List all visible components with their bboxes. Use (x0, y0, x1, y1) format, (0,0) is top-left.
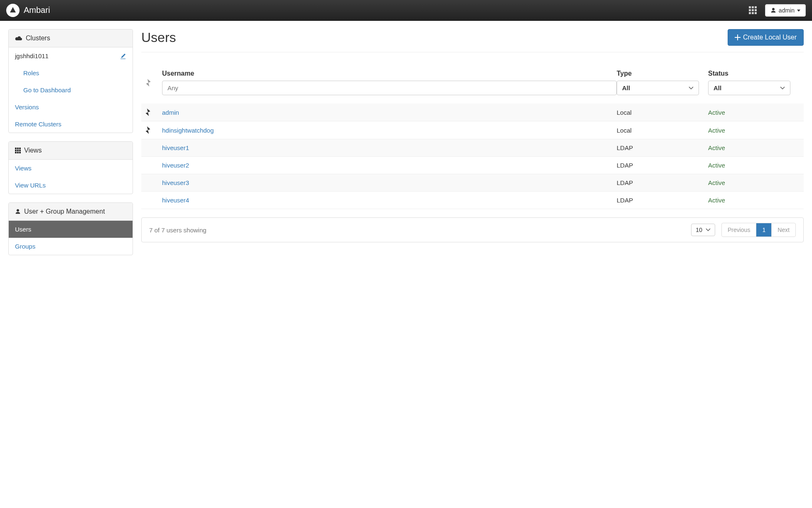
top-navbar: Ambari admin (0, 0, 812, 21)
chevron-down-icon (689, 86, 694, 90)
page-title: Users (141, 30, 176, 45)
clusters-panel: Clusters jgshhdi1011 Roles Go to Dashboa… (8, 29, 133, 133)
user-group-panel: User + Group Management Users Groups (8, 202, 133, 255)
next-page-button[interactable]: Next (772, 223, 795, 237)
navbar-brand-group: Ambari (6, 4, 50, 17)
type-cell: LDAP (617, 144, 633, 151)
username-link[interactable]: hdinsightwatchdog (162, 127, 214, 134)
type-cell: Local (617, 127, 632, 134)
admin-user-menu[interactable]: admin (765, 4, 806, 17)
user-icon (770, 7, 776, 13)
main-content: Users Create Local User Username Type Al… (141, 29, 804, 264)
type-cell: Local (617, 109, 632, 116)
username-link[interactable]: hiveuser3 (162, 179, 189, 186)
status-cell: Active (708, 162, 725, 169)
type-filter-select[interactable]: All (617, 81, 699, 95)
type-cell: LDAP (617, 179, 633, 186)
views-heading: Views (9, 142, 133, 160)
prev-page-button[interactable]: Previous (722, 223, 756, 237)
caret-down-icon (797, 9, 800, 12)
chevron-down-icon (706, 228, 711, 232)
cluster-name-item: jgshhdi1011 (9, 47, 133, 64)
views-panel: Views Views View URLs (8, 141, 133, 194)
status-column-label: Status (708, 70, 800, 77)
type-cell: LDAP (617, 162, 633, 169)
table-row: hiveuser1 LDAP Active (141, 139, 804, 157)
username-link[interactable]: admin (162, 109, 179, 116)
page-size-select[interactable]: 10 (691, 224, 715, 236)
sidebar-versions[interactable]: Versions (9, 99, 133, 116)
sidebar-groups[interactable]: Groups (9, 238, 133, 255)
username-filter-input[interactable] (162, 81, 617, 95)
status-cell: Active (708, 179, 725, 186)
table-row: admin Local Active (141, 104, 804, 121)
status-filter-select[interactable]: All (708, 81, 790, 95)
user-group-heading: User + Group Management (9, 203, 133, 221)
clusters-heading: Clusters (9, 30, 133, 47)
table-row: hiveuser4 LDAP Active (141, 192, 804, 209)
status-cell: Active (708, 109, 725, 116)
create-local-user-button[interactable]: Create Local User (728, 29, 804, 46)
status-cell: Active (708, 197, 725, 204)
sidebar-users[interactable]: Users (9, 221, 133, 238)
table-header: Username Type All Status All (141, 65, 804, 104)
plus-icon (735, 35, 741, 40)
brand-text[interactable]: Ambari (24, 5, 50, 15)
admin-filter-icon[interactable] (145, 79, 162, 86)
sidebar-view-urls[interactable]: View URLs (9, 177, 133, 194)
sidebar: Clusters jgshhdi1011 Roles Go to Dashboa… (8, 29, 133, 264)
username-link[interactable]: hiveuser4 (162, 197, 189, 204)
username-link[interactable]: hiveuser2 (162, 162, 189, 169)
ambari-logo-icon[interactable] (6, 4, 20, 17)
sidebar-views[interactable]: Views (9, 160, 133, 177)
sidebar-remote-clusters[interactable]: Remote Clusters (9, 116, 133, 133)
username-column-label: Username (162, 70, 617, 77)
cloud-icon (15, 35, 22, 41)
pager: Previous 1 Next (721, 223, 796, 237)
type-cell: LDAP (617, 197, 633, 204)
chevron-down-icon (780, 86, 785, 90)
sidebar-roles[interactable]: Roles (9, 64, 133, 81)
sidebar-dashboard[interactable]: Go to Dashboard (9, 81, 133, 99)
grid-icon (15, 148, 21, 153)
admin-bolt-icon (145, 109, 162, 116)
table-row: hiveuser2 LDAP Active (141, 157, 804, 174)
users-table: Username Type All Status All (141, 65, 804, 209)
status-cell: Active (708, 127, 725, 134)
showing-text: 7 of 7 users showing (149, 227, 207, 234)
status-cell: Active (708, 144, 725, 151)
table-row: hiveuser3 LDAP Active (141, 174, 804, 192)
edit-cluster-icon[interactable] (120, 53, 126, 59)
user-icon (15, 209, 21, 215)
apps-grid-icon[interactable] (749, 6, 757, 14)
username-link[interactable]: hiveuser1 (162, 144, 189, 151)
pagination-bar: 7 of 7 users showing 10 Previous 1 Next (141, 217, 804, 242)
type-column-label: Type (617, 70, 708, 77)
admin-bolt-icon (145, 126, 162, 134)
admin-label: admin (779, 7, 795, 14)
table-row: hdinsightwatchdog Local Active (141, 121, 804, 139)
page-1-button[interactable]: 1 (756, 223, 772, 237)
